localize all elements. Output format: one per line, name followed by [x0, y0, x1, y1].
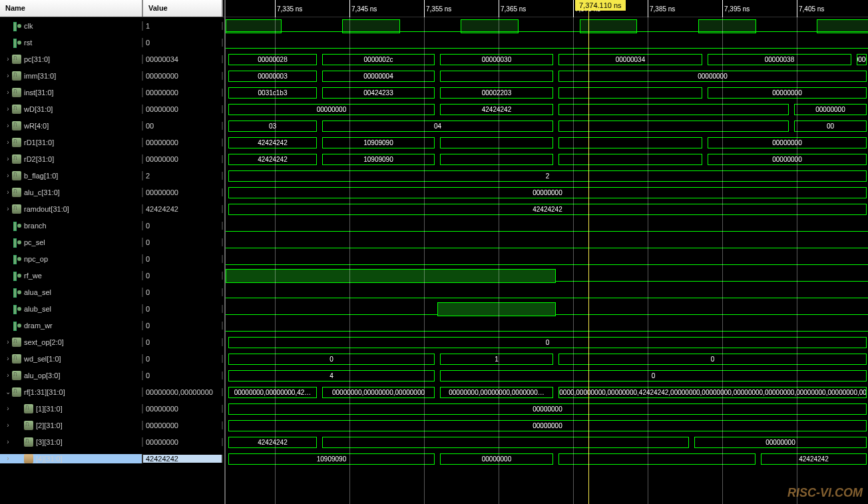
signal-row[interactable]: ›wD[31:0]00000000: [0, 101, 224, 117]
bus-segment: 00000000: [228, 104, 435, 115]
expand-icon[interactable]: ⌄: [4, 388, 12, 395]
waveform-panel[interactable]: 7,374.110 ns 7,335 ns7,345 ns7,355 ns7,3…: [224, 0, 868, 504]
wave-row[interactable]: 2: [226, 167, 868, 184]
waveform-area[interactable]: 000000280000002c000000300000003400000038…: [226, 17, 868, 467]
signal-row[interactable]: rf_we0: [0, 267, 224, 284]
signal-value: 0: [143, 322, 223, 330]
wave-row[interactable]: [226, 250, 868, 267]
signal-row[interactable]: ›alu_op[3:0]0: [0, 367, 224, 383]
signal-row[interactable]: alua_sel0: [0, 284, 224, 300]
expand-icon[interactable]: ›: [4, 205, 12, 212]
expand-icon[interactable]: ›: [4, 89, 12, 96]
wave-row[interactable]: 010: [226, 350, 868, 367]
expand-icon[interactable]: ›: [4, 122, 12, 129]
bus-segment: 00000000: [228, 420, 867, 431]
name-column-header[interactable]: Name: [0, 0, 143, 17]
expand-icon[interactable]: ›: [4, 438, 12, 445]
signal-name: pc[31:0]: [24, 55, 50, 63]
wave-row[interactable]: 42424242: [226, 200, 868, 217]
signal-row[interactable]: ›b_flag[1:0]2: [0, 167, 224, 184]
wave-row[interactable]: 00000000: [226, 184, 868, 200]
wave-row[interactable]: [226, 17, 868, 34]
bus-icon: [12, 171, 21, 180]
signal-row[interactable]: ⌄rf[1:31][31:0]00000000,00000000: [0, 383, 224, 400]
signal-value: 0: [143, 39, 223, 47]
signal-name: rst: [24, 39, 32, 47]
expand-icon[interactable]: ›: [4, 155, 12, 162]
expand-icon[interactable]: ›: [4, 105, 12, 113]
gridline: [722, 17, 723, 504]
expand-icon[interactable]: ›: [4, 455, 12, 462]
expand-icon[interactable]: ›: [4, 355, 12, 362]
wave-row[interactable]: [226, 317, 868, 334]
signal-row[interactable]: clk1: [0, 17, 224, 34]
expand-icon[interactable]: ›: [4, 421, 12, 429]
expand-icon[interactable]: ›: [4, 72, 12, 79]
signal-row[interactable]: ›rD1[31:0]00000000: [0, 134, 224, 150]
wave-row[interactable]: 424242421090909000000000: [226, 150, 868, 167]
wave-row[interactable]: 00000000: [226, 417, 868, 433]
signal-value: 0: [143, 238, 223, 246]
signal-name: rf[1:31][31:0]: [24, 388, 65, 396]
gridline: [349, 17, 350, 504]
wave-row[interactable]: [226, 300, 868, 317]
expand-icon[interactable]: ›: [4, 188, 12, 196]
wave-row[interactable]: 109090900000000042424242: [226, 450, 868, 467]
signal-row[interactable]: ›[2][31:0]00000000: [0, 417, 224, 433]
time-ruler[interactable]: 7,335 ns7,345 ns7,355 ns7,365 ns7,375 ns…: [226, 0, 868, 17]
signal-row[interactable]: ›wR[4:0]00: [0, 117, 224, 134]
signal-row[interactable]: alub_sel0: [0, 300, 224, 317]
signal-row[interactable]: ›[4][31:0]42424242: [0, 450, 224, 467]
signal-row[interactable]: dram_wr0: [0, 317, 224, 334]
signal-row[interactable]: ›rD2[31:0]00000000: [0, 150, 224, 167]
signal-name: alu_op[3:0]: [24, 372, 60, 379]
cursor-time-label[interactable]: 7,374.110 ns: [575, 0, 626, 11]
signal-row[interactable]: ›alu_c[31:0]00000000: [0, 184, 224, 200]
signal-row[interactable]: branch0: [0, 217, 224, 234]
wave-row[interactable]: [226, 267, 868, 284]
bus-segment: 10909090: [228, 453, 435, 465]
bus-segment: 00000000: [228, 403, 867, 415]
wave-row[interactable]: 4242424200000000: [226, 433, 868, 450]
signal-row[interactable]: ›pc[31:0]00000034: [0, 51, 224, 67]
bus-segment: 0: [558, 354, 867, 365]
expand-icon[interactable]: ›: [4, 372, 12, 379]
wave-row[interactable]: 40: [226, 367, 868, 383]
signal-rows[interactable]: clk1rst0›pc[31:0]00000034›imm[31:0]00000…: [0, 17, 224, 504]
expand-icon[interactable]: ›: [4, 55, 12, 63]
signal-row[interactable]: ›imm[31:0]00000000: [0, 67, 224, 84]
signal-row[interactable]: npc_op0: [0, 250, 224, 267]
bus-segment: 00000030: [440, 54, 553, 65]
signal-row[interactable]: ›[1][31:0]00000000: [0, 400, 224, 417]
wave-row[interactable]: [226, 284, 868, 300]
wave-row[interactable]: [226, 234, 868, 250]
signal-row[interactable]: ›ramdout[31:0]42424242: [0, 200, 224, 217]
wave-row[interactable]: 0: [226, 334, 868, 350]
signal-row[interactable]: ›sext_op[2:0]0: [0, 334, 224, 350]
bus-segment: 10909090: [322, 137, 435, 148]
wave-row[interactable]: [226, 34, 868, 51]
signal-row[interactable]: ›wd_sel[1:0]0: [0, 350, 224, 367]
wave-row[interactable]: 000000030000000400000000: [226, 67, 868, 84]
wave-row[interactable]: 0031c1b3004242330000220300000000: [226, 84, 868, 101]
signal-row[interactable]: ›inst[31:0]00000000: [0, 84, 224, 101]
expand-icon[interactable]: ›: [4, 405, 12, 412]
signal-row[interactable]: rst0: [0, 34, 224, 51]
wave-row[interactable]: 000000004242424200000000: [226, 101, 868, 117]
bus-segment: 00000038: [708, 54, 851, 65]
wave-row[interactable]: 00000000,00000000,42…00000000,00000000,0…: [226, 383, 868, 400]
wave-row[interactable]: 030400: [226, 117, 868, 134]
cursor-line[interactable]: [588, 0, 589, 504]
expand-icon[interactable]: ›: [4, 172, 12, 179]
wave-row[interactable]: [226, 217, 868, 234]
signal-row[interactable]: pc_sel0: [0, 234, 224, 250]
wave-row[interactable]: 00000000: [226, 400, 868, 417]
signal-row[interactable]: ›[3][31:0]00000000: [0, 433, 224, 450]
wave-row[interactable]: 424242421090909000000000: [226, 134, 868, 150]
expand-icon[interactable]: ›: [4, 338, 12, 346]
expand-icon[interactable]: ›: [4, 138, 12, 146]
wave-row[interactable]: 000000280000002c000000300000003400000038…: [226, 51, 868, 67]
signal-name: imm[31:0]: [24, 72, 56, 80]
signal-name: sext_op[2:0]: [24, 338, 64, 346]
value-column-header[interactable]: Value: [143, 0, 223, 17]
